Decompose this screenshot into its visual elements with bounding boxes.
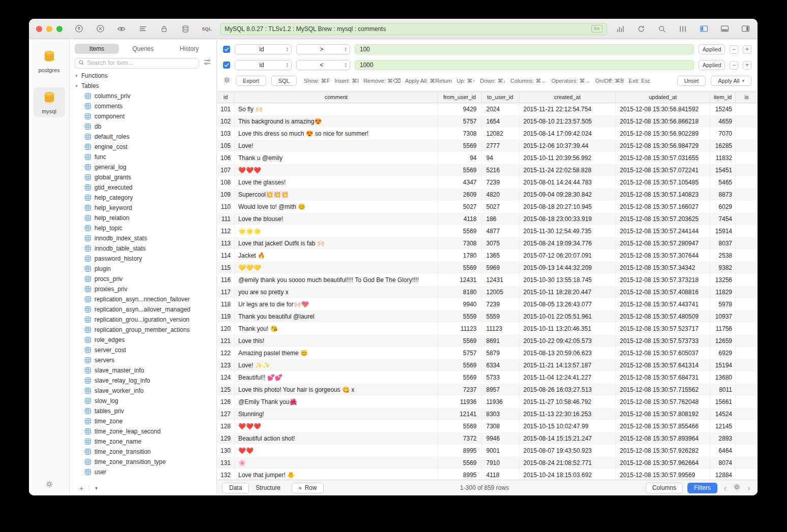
sidebar-table-item[interactable]: slave_master_info — [70, 365, 216, 375]
filter-enabled-checkbox[interactable] — [223, 61, 230, 69]
column-header-created_at[interactable]: created_at — [519, 92, 616, 103]
rows-icon[interactable] — [138, 24, 148, 34]
table-row[interactable]: 129Beautiful action shot!737299462015-08… — [217, 432, 758, 445]
table-row[interactable]: 105Love!556927772015-12-06 10:37:39.4420… — [217, 140, 758, 152]
sidebar-table-item[interactable]: server_cost — [70, 345, 216, 355]
table-settings-gear-icon[interactable] — [733, 483, 741, 493]
close-window-button[interactable] — [36, 26, 42, 32]
table-row[interactable]: 126@Emily Thank you🌺11936119362015-11-27… — [217, 396, 758, 408]
unset-button[interactable]: Unset — [677, 76, 706, 86]
table-row[interactable]: 109Supercool💥💥💥260948202015-09-04 09:28:… — [217, 189, 758, 201]
sidebar-table-item[interactable]: innodb_table_stats — [70, 243, 216, 254]
table-row[interactable]: 121Love this!556986912015-10-22 09:42:05… — [217, 335, 758, 347]
add-row-button[interactable]: + Row — [292, 483, 324, 493]
sidebar-table-item[interactable]: func — [70, 152, 216, 162]
filter-column-select[interactable]: id — [235, 44, 292, 54]
sidebar-table-item[interactable]: replication_group_member_actions — [70, 325, 216, 335]
settings-gear-icon[interactable] — [45, 480, 53, 490]
column-header-item_id[interactable]: item_id — [710, 92, 736, 103]
sidebar-table-item[interactable]: innodb_index_stats — [70, 233, 216, 243]
connection-postgres[interactable]: postgres — [34, 46, 65, 76]
table-row[interactable]: 106Thank u @emily94942015-10-11 20:39:56… — [217, 152, 758, 164]
sql-editor-icon[interactable]: SQL — [202, 24, 212, 34]
filter-value-input[interactable] — [355, 44, 694, 54]
connection-status-bar[interactable]: MySQL 8.0.27 : TLSv1.2 : MySQL Brew : my… — [220, 23, 607, 35]
columns-button[interactable]: Columns — [646, 483, 683, 493]
table-row[interactable]: 124Beautiful!! 💕💕556957332015-11-04 12:2… — [217, 371, 758, 384]
filter-operator-select[interactable]: > — [296, 44, 350, 54]
sidebar-table-item[interactable]: columns_priv — [70, 91, 216, 101]
table-row[interactable]: 113Love that jacket! Outfit is fab 🙌🏻730… — [217, 237, 758, 249]
sidebar-table-item[interactable]: time_zone — [70, 416, 216, 426]
export-button[interactable]: Export — [236, 76, 266, 86]
tab-structure[interactable]: Structure — [249, 483, 287, 493]
table-row[interactable]: 114Jacket 🔥178013652015-07-12 06:20:07.0… — [217, 249, 758, 262]
columns-view-icon[interactable] — [678, 24, 688, 34]
table-row[interactable]: 127Stunning!1214183032015-11-13 22:30:16… — [217, 408, 758, 420]
filter-column-select[interactable]: id — [235, 60, 292, 70]
tree-section-functions[interactable]: ▾ Functions — [70, 71, 216, 81]
table-row[interactable]: 101So fly 🙌🏻942920242015-11-21 22:12:54.… — [217, 103, 758, 115]
filter-value-input[interactable] — [355, 60, 694, 70]
zoom-window-button[interactable] — [56, 26, 62, 32]
table-row[interactable]: 128❤️❤️❤️556973082015-10-15 10:02:47.992… — [217, 420, 758, 432]
table-row[interactable]: 110Would love to! @mith 😊502750272015-08… — [217, 201, 758, 213]
table-row[interactable]: 125Love this photo! Your hair is gorgeou… — [217, 384, 758, 396]
sidebar-table-item[interactable]: tables_priv — [70, 406, 216, 416]
sidebar-table-item[interactable]: help_topic — [70, 223, 216, 233]
remove-filter-button[interactable]: − — [730, 61, 738, 70]
column-header-comment[interactable]: comment — [235, 92, 438, 103]
table-row[interactable]: 112🌟🌟🌟556948772015-11-30 12:54:49.735201… — [217, 225, 758, 237]
sidebar-table-item[interactable]: help_category — [70, 193, 216, 203]
sidebar-table-item[interactable]: password_history — [70, 254, 216, 264]
filter-operator-select[interactable]: < — [296, 60, 350, 70]
table-row[interactable]: 117you are so pretty x8180120052015-10-1… — [217, 286, 758, 298]
sidebar-table-item[interactable]: proxies_priv — [70, 284, 216, 294]
applied-button[interactable]: Applied — [699, 60, 725, 70]
page-next-chevron-icon[interactable]: › — [745, 484, 752, 492]
table-row[interactable]: 107❤️❤️❤️556952162015-11-24 22:02:58.828… — [217, 164, 758, 176]
column-header-to_user_id[interactable]: to_user_id — [482, 92, 519, 103]
tab-history[interactable]: History — [167, 44, 211, 54]
connection-mysql[interactable]: mysql — [34, 87, 65, 117]
lock-icon[interactable] — [159, 24, 169, 34]
sidebar-table-item[interactable]: help_keyword — [70, 203, 216, 213]
sidebar-table-item[interactable]: slave_relay_log_info — [70, 375, 216, 386]
table-row[interactable]: 115💛💛💛556959692015-09-13 14:44:32.209201… — [217, 262, 758, 274]
sidebar-table-item[interactable]: replication_asyn...ailover_managed — [70, 304, 216, 315]
sidebar-table-item[interactable]: comments — [70, 101, 216, 111]
tab-items[interactable]: Items — [75, 44, 119, 54]
table-row[interactable]: 130❤️❤️899590012015-08-07 19:43:50.92320… — [217, 445, 758, 457]
sidebar-table-item[interactable]: replication_asyn...nnection_failover — [70, 294, 216, 304]
table-row[interactable]: 111Love the blouse!41181862015-08-18 23:… — [217, 213, 758, 225]
table-row[interactable]: 120Thank you! 😘11123111232015-10-11 13:2… — [217, 323, 758, 335]
sidebar-table-item[interactable]: role_edges — [70, 335, 216, 345]
table-row[interactable]: 102This background is amazing😍5757165420… — [217, 115, 758, 128]
sidebar-table-item[interactable]: time_zone_leap_second — [70, 426, 216, 436]
sidebar-table-item[interactable]: slave_worker_info — [70, 386, 216, 396]
table-row[interactable]: 119Thank you beautiful @laurel5559555920… — [217, 310, 758, 323]
sidebar-table-item[interactable]: replication_grou...iguration_version — [70, 315, 216, 325]
page-previous-chevron-icon[interactable]: ‹ — [722, 484, 729, 492]
add-item-menu-chevron[interactable]: ▾ — [92, 484, 100, 493]
column-header-is[interactable]: is — [736, 92, 758, 103]
sidebar-table-item[interactable]: help_relation — [70, 213, 216, 223]
minimize-window-button[interactable] — [46, 26, 52, 32]
toggle-left-panel-icon[interactable] — [699, 24, 709, 34]
filter-enabled-checkbox[interactable] — [223, 46, 230, 53]
column-header-updated_at[interactable]: updated_at — [616, 92, 710, 103]
disconnect-icon[interactable] — [95, 24, 105, 34]
table-row[interactable]: 118Ur legs are to die for🙌🏻💖994072392015… — [217, 298, 758, 310]
toggle-right-panel-icon[interactable] — [740, 24, 750, 34]
apply-all-button[interactable]: Apply All ▾ — [711, 76, 751, 86]
filters-button[interactable]: Filters — [687, 483, 717, 493]
tab-data[interactable]: Data — [222, 483, 249, 493]
sidebar-table-item[interactable]: db — [70, 121, 216, 132]
sidebar-table-item[interactable]: gtid_executed — [70, 182, 216, 193]
table-row[interactable]: 122Amazing pastel theme 😊575758792015-08… — [217, 347, 758, 359]
table-row[interactable]: 132Love that jumper! 🐥899541182015-10-24… — [217, 469, 758, 480]
sidebar-table-item[interactable]: user — [70, 467, 216, 477]
add-filter-button[interactable]: + — [743, 61, 751, 70]
column-header-from_user_id[interactable]: from_user_id — [438, 92, 482, 103]
add-filter-button[interactable]: + — [743, 45, 751, 54]
